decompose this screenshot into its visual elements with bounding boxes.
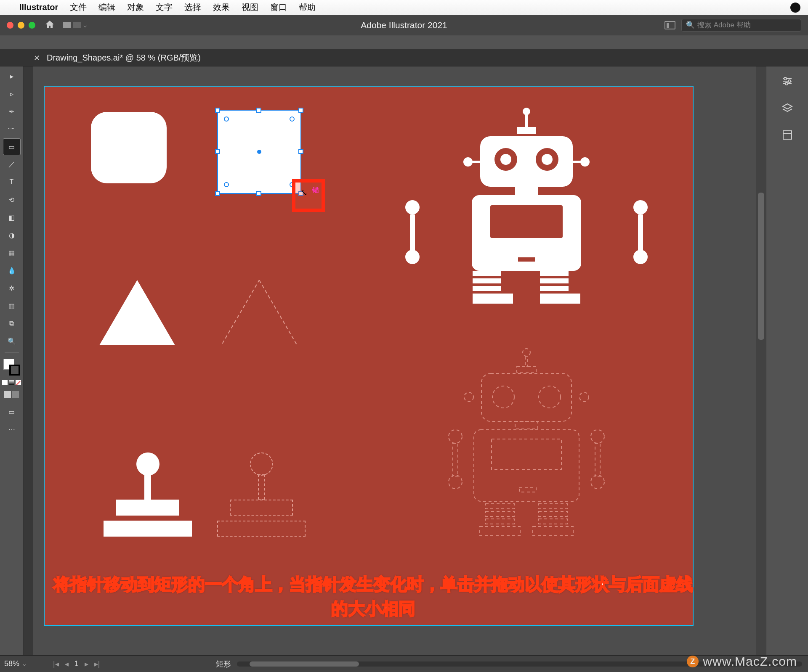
help-search-input[interactable]: 🔍 搜索 Adobe 帮助 xyxy=(681,19,801,32)
first-artboard-button[interactable]: |◂ xyxy=(53,659,59,669)
svg-point-7 xyxy=(579,392,589,402)
curvature-tool[interactable]: 〰 xyxy=(3,121,20,137)
joystick-shape[interactable] xyxy=(104,452,192,537)
svg-rect-11 xyxy=(519,488,536,492)
symbol-sprayer-tool[interactable]: ✲ xyxy=(3,280,20,296)
svg-point-12 xyxy=(449,430,462,443)
document-tab-label[interactable]: Drawing_Shapes.ai* @ 58 % (RGB/预览) xyxy=(47,52,201,63)
menu-object[interactable]: 对象 xyxy=(127,2,144,13)
panel-layout-icon[interactable] xyxy=(664,21,675,29)
direct-selection-tool[interactable]: ▹ xyxy=(3,86,20,102)
eyedropper-tool[interactable]: 💧 xyxy=(3,262,20,278)
tutorial-highlight: ⤡ 锚 xyxy=(292,179,325,212)
window-close-button[interactable] xyxy=(7,22,13,29)
resize-handle[interactable] xyxy=(298,108,303,113)
resize-handle[interactable] xyxy=(256,108,261,113)
tab-close-icon[interactable]: ✕ xyxy=(34,53,40,63)
watermark-text: www.MacZ.com xyxy=(703,654,797,669)
menu-edit[interactable]: 编辑 xyxy=(98,2,115,13)
shape-builder-tool[interactable]: ◑ xyxy=(3,227,20,243)
resize-handle[interactable] xyxy=(215,191,220,196)
svg-rect-29 xyxy=(783,131,792,139)
menu-file[interactable]: 文件 xyxy=(70,2,87,13)
paintbrush-tool[interactable]: ／ xyxy=(3,156,20,172)
prev-artboard-button[interactable]: ◂ xyxy=(65,659,69,669)
svg-rect-22 xyxy=(539,504,567,509)
draw-behind-icon[interactable] xyxy=(12,391,19,398)
zoom-level-dropdown[interactable]: 58%⌵ xyxy=(0,659,46,668)
color-none-icon[interactable] xyxy=(16,380,21,385)
selected-rectangle[interactable] xyxy=(217,110,301,194)
pen-tool[interactable]: ✒ xyxy=(3,103,20,119)
scale-cursor-icon: ⤡ xyxy=(300,188,308,198)
type-tool[interactable]: T xyxy=(3,174,20,190)
layers-panel-icon[interactable] xyxy=(780,102,795,114)
edit-toolbar-button[interactable]: ⋯ xyxy=(3,421,20,437)
app-menu[interactable]: Illustrator xyxy=(19,3,58,12)
window-minimize-button[interactable] xyxy=(18,22,24,29)
artboard-number[interactable]: 1 xyxy=(74,659,79,668)
robot-shape[interactable] xyxy=(436,108,617,304)
properties-panel-icon[interactable] xyxy=(780,75,795,87)
menu-view[interactable]: 视图 xyxy=(242,2,258,13)
control-bar[interactable] xyxy=(0,35,808,50)
scrollbar-thumb[interactable] xyxy=(250,661,359,667)
stroke-swatch[interactable] xyxy=(9,365,20,376)
right-panel-dock xyxy=(766,66,808,655)
menu-select[interactable]: 选择 xyxy=(184,2,201,13)
fill-stroke-swatch[interactable] xyxy=(3,359,20,376)
selection-tool[interactable]: ▸ xyxy=(3,68,20,84)
screen-mode-button[interactable]: ▭ xyxy=(3,404,20,420)
color-gradient-icon[interactable] xyxy=(9,380,14,385)
gradient-tool[interactable]: ▦ xyxy=(3,245,20,261)
triangle-shape[interactable] xyxy=(99,280,175,345)
scrollbar-thumb[interactable] xyxy=(758,193,764,340)
resize-handle[interactable] xyxy=(298,149,303,154)
libraries-panel-icon[interactable] xyxy=(780,129,795,141)
resize-handle[interactable] xyxy=(215,108,220,113)
graph-tool[interactable]: ▥ xyxy=(3,298,20,314)
eraser-tool[interactable]: ◧ xyxy=(3,209,20,225)
corner-widget[interactable] xyxy=(224,116,229,122)
rotate-tool[interactable]: ⟲ xyxy=(3,192,20,208)
selection-type-label: 矩形 xyxy=(216,659,231,669)
svg-rect-30 xyxy=(783,131,792,133)
artboard-tool[interactable]: ⧉ xyxy=(3,315,20,331)
joystick-outline-guide xyxy=(217,452,306,537)
menu-window[interactable]: 窗口 xyxy=(270,2,287,13)
window-maximize-button[interactable] xyxy=(29,22,35,29)
rounded-rect-shape[interactable] xyxy=(91,112,167,183)
svg-point-26 xyxy=(784,77,787,80)
svg-rect-24 xyxy=(539,519,567,524)
resize-handle[interactable] xyxy=(215,149,220,154)
svg-rect-1 xyxy=(525,356,528,366)
zoom-tool[interactable]: 🔍 xyxy=(3,333,20,349)
workspace-switcher[interactable]: ⌵ xyxy=(63,22,87,29)
svg-rect-25 xyxy=(533,526,573,536)
home-icon[interactable] xyxy=(45,20,55,31)
artboard[interactable]: ⤡ 锚 xyxy=(45,87,693,625)
next-artboard-button[interactable]: ▸ xyxy=(85,659,88,669)
draw-normal-icon[interactable] xyxy=(4,391,11,398)
rectangle-tool[interactable]: ▭ xyxy=(3,139,20,155)
canvas-area[interactable]: ⤡ 锚 xyxy=(33,66,756,655)
vertical-scrollbar[interactable] xyxy=(756,66,766,655)
menubar-status-icon[interactable] xyxy=(790,3,800,13)
svg-point-27 xyxy=(788,80,791,82)
anchor-tooltip: 锚 xyxy=(312,186,319,195)
color-solid-icon[interactable] xyxy=(2,380,8,385)
chevron-down-icon: ⌵ xyxy=(23,661,26,667)
svg-point-15 xyxy=(591,430,604,443)
menu-effect[interactable]: 效果 xyxy=(213,2,230,13)
color-mode-row xyxy=(2,380,21,385)
search-icon: 🔍 xyxy=(686,21,695,29)
last-artboard-button[interactable]: ▸| xyxy=(94,659,100,669)
center-point[interactable] xyxy=(257,150,261,154)
corner-widget[interactable] xyxy=(224,182,229,187)
robot-outline-guide xyxy=(436,347,617,568)
menu-help[interactable]: 帮助 xyxy=(299,2,316,13)
resize-handle[interactable] xyxy=(256,191,261,196)
menu-type[interactable]: 文字 xyxy=(156,2,173,13)
corner-widget[interactable] xyxy=(290,116,295,122)
svg-rect-19 xyxy=(486,511,514,516)
